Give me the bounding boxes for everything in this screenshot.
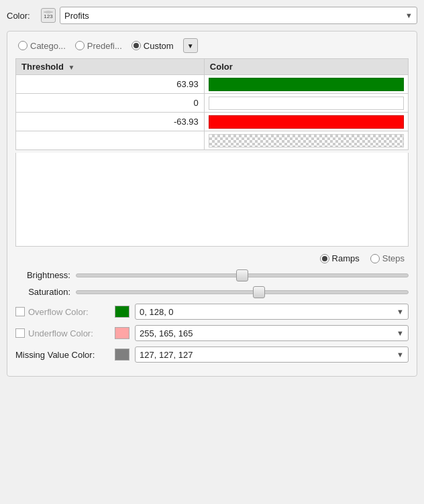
threshold-value-2: 0 (16, 94, 205, 113)
color-panel: Catego... Predefi... Custom ▼ Threshold … (7, 31, 417, 377)
catego-radio-option[interactable]: Catego... (18, 41, 66, 51)
saturation-slider-thumb[interactable] (253, 286, 265, 298)
color-bar-white (209, 97, 404, 110)
color-cell-1[interactable] (204, 75, 408, 94)
color-bar-red (209, 115, 404, 129)
missing-value-label-area: Missing Value Color: (15, 350, 109, 360)
threshold-sort-icon: ▼ (68, 64, 74, 71)
brightness-slider-track[interactable] (76, 273, 409, 277)
custom-dropdown-arrow-icon: ▼ (187, 42, 194, 50)
custom-radio-btn[interactable] (131, 41, 141, 50)
overflow-checkbox-area: Overflow Color: (15, 307, 109, 317)
field-type-icon: 123 (41, 8, 56, 23)
table-row[interactable] (16, 131, 409, 150)
custom-radio-option[interactable]: Custom (131, 41, 174, 51)
empty-canvas-area (15, 153, 409, 247)
saturation-row: Saturation: (15, 287, 409, 297)
color-row: Color: 123 Profits ▼ (7, 7, 417, 24)
threshold-color-table: Threshold ▼ Color 63.93 0 (15, 58, 409, 150)
missing-value-color-row: Missing Value Color: 127, 127, 127 ▼ (15, 346, 409, 363)
catego-radio-label: Catego... (30, 41, 66, 51)
brightness-row: Brightness: (15, 270, 409, 280)
color-column-header: Color (204, 59, 408, 75)
underflow-dropdown-arrow-icon: ▼ (396, 329, 404, 337)
color-label: Color: (7, 11, 37, 21)
color-cell-4[interactable] (204, 131, 408, 150)
predefi-radio-label: Predefi... (87, 41, 122, 51)
missing-value-color-swatch[interactable] (115, 349, 129, 361)
overflow-checkbox[interactable] (15, 307, 25, 316)
color-bar-checkered (209, 134, 404, 147)
missing-value-color-value: 127, 127, 127 (140, 350, 193, 360)
table-row[interactable]: 63.93 (16, 75, 409, 94)
overflow-color-row: Overflow Color: 0, 128, 0 ▼ (15, 304, 409, 320)
missing-value-color-dropdown[interactable]: 127, 127, 127 ▼ (135, 346, 409, 363)
underflow-checkbox[interactable] (15, 328, 25, 338)
predefi-radio-btn[interactable] (75, 41, 85, 50)
color-mode-radio-group: Catego... Predefi... Custom ▼ (15, 38, 409, 53)
table-row[interactable]: -63.93 (16, 113, 409, 131)
catego-radio-btn[interactable] (18, 41, 28, 50)
saturation-label: Saturation: (15, 287, 70, 297)
missing-value-dropdown-arrow-icon: ▼ (396, 351, 404, 359)
ramps-steps-radio-group: Ramps Steps (15, 253, 409, 263)
field-selector-arrow-icon: ▼ (405, 11, 413, 19)
custom-dropdown-arrow-btn[interactable]: ▼ (183, 38, 198, 53)
steps-radio-option[interactable]: Steps (370, 253, 405, 263)
underflow-color-row: Underflow Color: 255, 165, 165 ▼ (15, 325, 409, 341)
overflow-color-dropdown[interactable]: 0, 128, 0 ▼ (135, 304, 409, 320)
underflow-color-label: Underflow Color: (28, 328, 93, 338)
threshold-value-1: 63.93 (16, 75, 205, 94)
table-row[interactable]: 0 (16, 94, 409, 113)
underflow-checkbox-area: Underflow Color: (15, 328, 109, 338)
custom-radio-label: Custom (144, 41, 174, 51)
overflow-color-value: 0, 128, 0 (140, 307, 174, 317)
missing-value-color-label: Missing Value Color: (15, 350, 95, 360)
overflow-color-swatch[interactable] (115, 306, 129, 318)
threshold-value-4 (16, 131, 205, 150)
color-cell-2[interactable] (204, 94, 408, 113)
threshold-value-3: -63.93 (16, 113, 205, 131)
threshold-column-header[interactable]: Threshold ▼ (16, 59, 205, 75)
color-cell-3[interactable] (204, 113, 408, 131)
brightness-slider-thumb[interactable] (236, 269, 248, 281)
steps-radio-btn[interactable] (370, 254, 380, 263)
saturation-slider-track[interactable] (76, 290, 409, 294)
overflow-dropdown-arrow-icon: ▼ (396, 308, 404, 316)
underflow-color-swatch[interactable] (115, 327, 129, 339)
svg-text:123: 123 (44, 13, 53, 19)
field-selector-dropdown[interactable]: Profits ▼ (60, 7, 417, 24)
brightness-label: Brightness: (15, 270, 70, 280)
predefi-radio-option[interactable]: Predefi... (75, 41, 122, 51)
underflow-color-dropdown[interactable]: 255, 165, 165 ▼ (135, 325, 409, 341)
ramps-radio-option[interactable]: Ramps (320, 253, 360, 263)
ramps-radio-btn[interactable] (320, 254, 329, 263)
color-bar-green (209, 78, 404, 91)
overflow-color-label: Overflow Color: (28, 307, 89, 317)
steps-radio-label: Steps (382, 253, 405, 263)
underflow-color-value: 255, 165, 165 (140, 328, 193, 338)
field-selector-value: Profits (64, 11, 89, 21)
ramps-radio-label: Ramps (332, 253, 360, 263)
